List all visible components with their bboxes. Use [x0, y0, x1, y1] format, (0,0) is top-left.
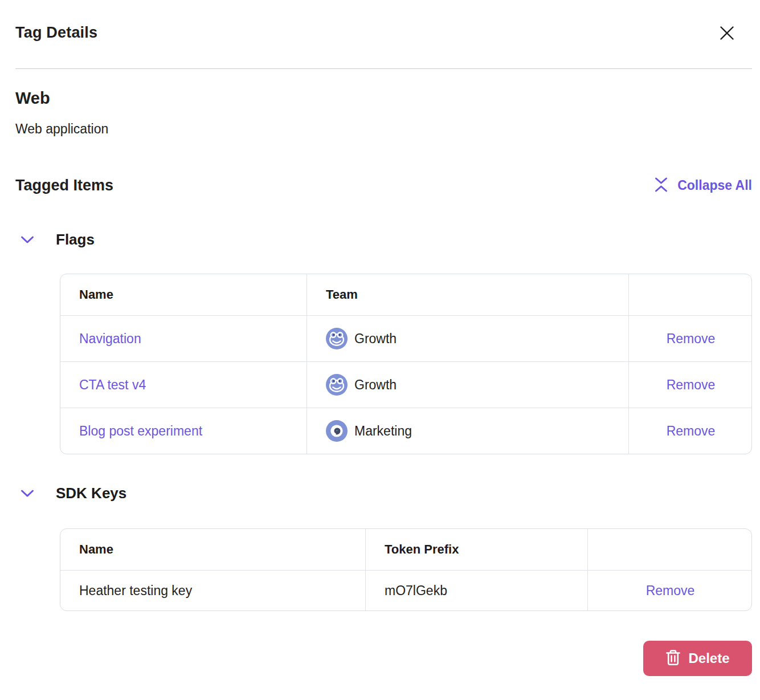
- flags-section-header: Flags: [20, 231, 752, 249]
- delete-button[interactable]: Delete: [643, 641, 752, 676]
- chevron-down-icon: [20, 492, 35, 500]
- flags-section-title: Flags: [56, 231, 95, 249]
- sdk-keys-table: Name Token Prefix Heather testing key mO…: [60, 528, 752, 611]
- column-header-name: Name: [60, 274, 307, 315]
- modal-header: Tag Details: [15, 0, 752, 42]
- modal-title: Tag Details: [15, 24, 97, 42]
- flags-table: Name Team Navigation Growth Remove CTA t…: [60, 274, 752, 454]
- chevron-down-icon: [20, 238, 35, 247]
- column-header-actions: [587, 529, 752, 570]
- remove-button[interactable]: Remove: [667, 331, 716, 347]
- tag-description: Web application: [15, 121, 752, 137]
- remove-button[interactable]: Remove: [667, 377, 716, 393]
- flag-link[interactable]: CTA test v4: [79, 377, 146, 393]
- collapse-all-label: Collapse All: [677, 178, 752, 193]
- token-prefix-value: mO7lGekb: [365, 571, 587, 611]
- table-row: Heather testing key mO7lGekb Remove: [60, 570, 751, 611]
- trash-icon: [665, 649, 681, 668]
- column-header-actions: [628, 274, 752, 315]
- sdk-table-header-row: Name Token Prefix: [60, 529, 751, 570]
- flag-link[interactable]: Blog post experiment: [79, 424, 202, 439]
- remove-button[interactable]: Remove: [667, 424, 716, 439]
- team-name: Marketing: [354, 424, 412, 439]
- column-header-team: Team: [307, 274, 628, 315]
- tagged-items-header-row: Tagged Items Collapse All: [15, 176, 752, 196]
- header-divider: [15, 68, 752, 69]
- close-button[interactable]: [718, 25, 736, 42]
- column-header-token-prefix: Token Prefix: [365, 529, 587, 570]
- table-row: Blog post experiment Marketing Remove: [60, 408, 751, 454]
- modal-footer: Delete: [15, 641, 752, 676]
- team-name: Growth: [354, 331, 397, 347]
- team-name: Growth: [354, 377, 397, 393]
- flags-collapse-toggle[interactable]: [20, 235, 35, 245]
- sdk-keys-collapse-toggle[interactable]: [20, 489, 35, 499]
- collapse-all-icon: [653, 176, 669, 196]
- tag-name: Web: [15, 88, 752, 108]
- flags-table-header-row: Name Team: [60, 274, 751, 315]
- snail-avatar-icon: [326, 420, 348, 442]
- column-header-name: Name: [60, 529, 365, 570]
- delete-button-label: Delete: [688, 650, 729, 666]
- close-icon: [718, 35, 736, 43]
- remove-button[interactable]: Remove: [646, 583, 695, 599]
- sdk-keys-section-title: SDK Keys: [56, 485, 126, 502]
- sdk-keys-section-header: SDK Keys: [20, 485, 752, 502]
- table-row: CTA test v4 Growth Remove: [60, 361, 751, 408]
- tagged-items-heading: Tagged Items: [15, 177, 113, 194]
- tag-details-modal: Tag Details Web Web application Tagged I…: [0, 0, 760, 676]
- frog-avatar-icon: [326, 328, 348, 349]
- table-row: Navigation Growth Remove: [60, 315, 751, 361]
- flag-link[interactable]: Navigation: [79, 331, 141, 347]
- collapse-all-button[interactable]: Collapse All: [653, 176, 752, 196]
- sdk-key-name: Heather testing key: [60, 571, 365, 611]
- frog-avatar-icon: [326, 374, 348, 396]
